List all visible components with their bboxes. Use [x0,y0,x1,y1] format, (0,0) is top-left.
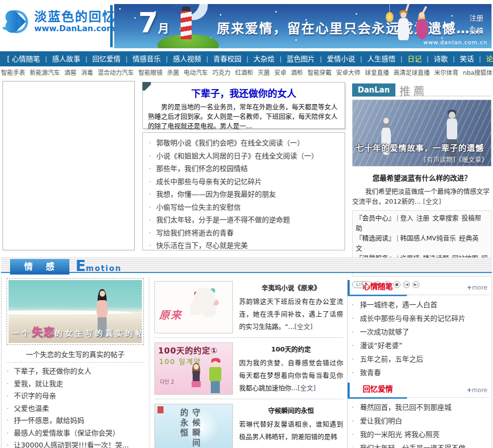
emotion-left-link[interactable]: 抒一怀感恩，献给妈妈 [7,414,144,427]
empty-ad-placeholder [3,81,135,250]
register-link[interactable]: 注册 [469,12,483,25]
red-stamp-decor [157,406,163,413]
book-excerpt: 苏韵锦这天下班后没有在办公室流连，她在洗手间补妆，遇上了话痨的实习生陆路。“..… [239,295,343,333]
section-title[interactable]: 回忆爱情 [363,383,393,396]
nav-item-touching-videos[interactable]: 感人视频 [173,55,213,63]
ad-link[interactable]: 高清足球直播 [393,69,430,76]
feature-article-title[interactable]: 下辈子，我还做你的女人 [143,86,345,100]
book-title[interactable]: 辛夷坞小说《原来》 [239,283,343,292]
emotion-right-link[interactable]: 五年之前，五年之后 [348,352,489,366]
article-link[interactable]: 成长中那些与母亲有关的记忆碎片 [149,175,345,189]
nav-item-jokes[interactable]: 笑话 [460,55,486,63]
nav-item-diary[interactable]: 日记 [407,55,434,63]
ad-link[interactable]: 安卓 [274,69,286,76]
nav-item-love-novels[interactable]: 爱情小说 [327,55,367,63]
ad-link[interactable]: 球皇直播 [365,69,389,76]
full-text-link[interactable]: [全文] [298,384,316,392]
top-banner-ad[interactable]: 7月 原来爱情，留在心里只会永远成为遗憾…… 注册 投稿 www.danlan.… [114,4,491,48]
nav-item-poetry[interactable]: 诗歌 [434,55,460,63]
ad-link[interactable]: 智能眼镜 [138,69,162,76]
emotion-left-link[interactable]: 爱我，就让我走 [7,378,144,390]
article-link[interactable]: 我们太年轻，分手是一道不得不做的逆命题 [149,214,345,227]
nav-item-youth-campus[interactable]: 青春校园 [213,55,254,63]
section-header-mood-essay: 心情随笔 +more [348,280,489,295]
full-text-link[interactable]: [全文] [423,198,441,205]
recommend-promo-image[interactable]: 七十年的爱情故事，一辈子的遗憾 [有声读物]《暖文章》 [352,100,491,166]
ad-link[interactable]: 新能源汽车 [30,69,60,76]
banner-month: 7月 [138,6,169,39]
book-title[interactable]: 100天的约定 [239,344,343,353]
book-title[interactable]: 守候瞬间的永恒 [239,405,343,415]
register-link-2[interactable]: 注册 [416,214,429,222]
article-link[interactable]: 郭敬明小说《我们约会吧》在线全文阅读（一） [149,137,345,150]
nav-item-blue-pictures[interactable]: 蓝色图片 [287,55,327,63]
ad-link[interactable]: 消毒 [81,69,93,76]
nav-item-memory-love[interactable]: 回忆爱情 [93,55,133,63]
featured-post-image[interactable]: 一个失恋的女生写的真实的帖子 [7,278,144,345]
ad-link[interactable]: 杀菌 [167,69,179,76]
article-link[interactable]: 写给我们终将逝去的青春 [149,227,345,240]
nav-item-forum[interactable]: 论坛 [486,55,493,63]
emotion-left-link[interactable]: 父爱也温柔 [7,402,144,415]
ad-link[interactable]: 混合动力汽车 [98,69,134,76]
emotion-left-link[interactable]: 最感人的爱情故事（保证你会哭） [7,427,144,439]
lantern-icon [386,12,393,22]
article-search-link[interactable]: 文章搜索 [432,214,458,222]
page-header: 淡蓝色的回忆 www.DanLan.com.cn 7月 原来爱情，留在心里只会永… [0,0,493,51]
featured-post-caption[interactable]: 一个失恋的女生写的真实的帖子 [7,349,144,359]
emotion-right-link[interactable]: 成长中那些与母亲有关的记忆碎片 [348,312,489,325]
emotion-right-link[interactable]: 择一城终老，遇一人白首 [348,298,489,312]
emotion-left-link[interactable]: 下辈子，我还做你的女人 [7,365,144,378]
article-link[interactable]: 那些年，我们怀念的校园情结 [149,162,345,175]
emotion-middle-column: 原来 辛夷坞小说《原来》 苏韵锦这天下班后没有在办公室流连，她在洗手间补妆，遇上… [149,277,348,448]
nav-item-emotion-music[interactable]: 情感音乐 [133,55,173,63]
article-link[interactable]: 小偷写给一位失主的安慰信 [149,201,345,214]
ad-link[interactable]: 灭菌 [258,69,270,76]
ad-link[interactable]: 智能手表 [1,69,25,76]
emotion-title-en: Emotion [75,257,122,275]
service-row-member: 『会员中心』|登入注册文章搜索投稿帮助 [356,213,488,233]
book-cover-shouhou[interactable]: 守候瞬间的永恒 [154,404,233,448]
more-link[interactable]: +more [467,387,487,394]
korean-mv-link[interactable]: 韩国感人MV纯音乐 [400,234,456,242]
submit-link[interactable]: 投稿 [469,25,483,37]
emotion-right-link[interactable]: 我的一米阳光 将我心照亮 [348,428,489,441]
article-link[interactable]: 快乐活在当下，尽心就是完美 [149,239,345,252]
emotion-right-link[interactable]: 蓦然回首，我已回不到那座城 [348,401,489,414]
nav-item-touching-stories[interactable]: 感人故事 [52,55,93,63]
emotion-right-link[interactable]: 我们太年轻，分手是一道不得不做... [348,441,489,448]
nav-item-life-insight[interactable]: 人生感悟 [367,55,407,63]
ad-link[interactable]: 酒柜 [291,69,303,76]
emotion-left-link[interactable]: 让30000人感动到哭!!!看一次！哭... [7,439,144,448]
full-text-link[interactable]: [全文] [294,323,312,330]
emotion-right-link[interactable]: 一次成功就够了 [348,325,489,339]
emotion-right-link[interactable]: 爱让我们明白 [348,414,489,428]
article-link[interactable]: 我想，你懂——因为你是我最好的朋友 [149,188,345,201]
emotion-right-link[interactable]: 漫谈“好老婆” [348,339,489,352]
ad-link[interactable]: 红酒柜 [235,69,253,76]
improvement-question[interactable]: 您最希望淡蓝有什么样的改进？ [352,172,491,183]
article-link[interactable]: 小说《和姐姐大人同居的日子》在线全文阅读（一） [149,150,345,163]
danlan-brand-badge[interactable]: DanLan [352,83,395,97]
ad-link[interactable]: 酒窖 [64,69,76,76]
login-link[interactable]: 登入 [400,214,413,222]
recommend-label: 推薦 [399,85,428,98]
book-cover-yuanlai[interactable]: 原来 [154,281,233,333]
emotion-left-link[interactable]: 不识字的母亲 [7,390,144,402]
more-link[interactable]: +more [467,284,487,291]
section-title[interactable]: 心情随笔 [363,280,393,293]
ad-link[interactable]: 米尔体育 [434,69,458,76]
emotion-right-link[interactable]: 致青春 [348,366,489,380]
nav-item-misc[interactable]: 大杂烩 [254,55,287,63]
book-cover-100days[interactable]: 100天的约定① 100 일계약 다인 2 [154,342,233,395]
ad-link[interactable]: 安卓大师 [336,69,360,76]
ad-link[interactable]: nba搜狐体育 [463,69,493,76]
nav-item-mood-essay[interactable]: 心情随笔 [12,55,52,63]
ad-link[interactable]: 电动汽车 [184,69,208,76]
ad-link[interactable]: 巧克力 [212,69,230,76]
cover-author-text: 다인 2 [160,378,174,385]
emotion-title-cn[interactable]: 情 感 [10,259,69,275]
ad-link[interactable]: 智能穿戴 [307,69,332,76]
book-item: 原来 辛夷坞小说《原来》 苏韵锦这天下班后没有在办公室流连，她在洗手间补妆，遇上… [154,279,343,336]
promo-caption: 七十年的爱情故事，一辈子的遗憾 [356,141,484,153]
